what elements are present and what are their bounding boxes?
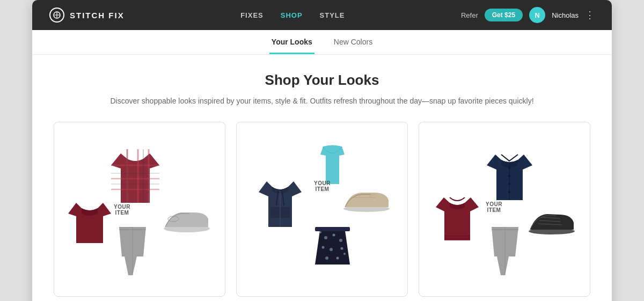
page-subtitle: Discover shoppable looks inspired by you… [54, 95, 590, 107]
outfit-card-3[interactable]: YOURITEM [419, 122, 590, 297]
logo-text: STITCH FIX [70, 11, 125, 20]
item-blue-tank [315, 144, 350, 184]
svg-point-23 [324, 236, 327, 239]
nav-link-fixes[interactable]: FIXES [240, 11, 264, 19]
item-dark-red-shirt [68, 197, 111, 243]
outfit-layout-2: YOURITEM [245, 133, 399, 283]
page-title: Shop Your Looks [54, 72, 590, 89]
username: Nicholas [552, 11, 579, 19]
svg-point-25 [339, 239, 342, 242]
item-navy-shirt [487, 149, 532, 200]
outfit-layout-3: YOURITEM [428, 133, 581, 283]
svg-point-31 [319, 231, 321, 233]
svg-point-30 [336, 257, 339, 260]
your-item-label-1: YOURITEM [114, 204, 130, 216]
refer-button[interactable]: Get $25 [485, 9, 523, 21]
sub-nav-new-colors[interactable]: New Colors [332, 30, 375, 54]
logo-icon [49, 8, 64, 23]
browser-window: STITCH FIX FIXES SHOP STYLE Refer Get $2… [32, 0, 612, 301]
your-item-label-2: YOURITEM [314, 180, 331, 192]
svg-point-24 [333, 234, 335, 237]
refer-label: Refer [461, 11, 478, 19]
svg-point-32 [343, 253, 346, 255]
item-tan-sneakers [342, 189, 391, 212]
user-avatar: N [529, 7, 545, 23]
item-floral-skirt [315, 227, 350, 265]
sub-nav: Your Looks New Colors [32, 30, 612, 55]
more-menu-icon[interactable]: ⋮ [585, 9, 595, 21]
item-gray-shoes [163, 208, 211, 232]
item-gray-pants-2 [489, 227, 521, 275]
svg-point-26 [322, 246, 325, 249]
svg-rect-33 [315, 227, 350, 231]
item-plaid-shirt [111, 149, 159, 203]
outfit-card-2[interactable]: YOURITEM [236, 122, 408, 297]
your-item-label-3: YOURITEM [486, 201, 502, 213]
main-content: Shop Your Looks Discover shoppable looks… [32, 55, 612, 301]
outfit-grid: YOURITEM [54, 122, 590, 297]
item-gray-pants-1 [116, 227, 149, 275]
item-navy-hoodie [259, 176, 302, 227]
navbar: STITCH FIX FIXES SHOP STYLE Refer Get $2… [32, 0, 612, 30]
item-burgundy-sweater [436, 192, 479, 240]
svg-point-27 [330, 248, 333, 251]
svg-point-28 [341, 247, 343, 250]
outfit-card-1[interactable]: YOURITEM [54, 122, 225, 297]
svg-point-29 [325, 256, 328, 260]
sub-nav-your-looks[interactable]: Your Looks [269, 30, 314, 54]
nav-links: FIXES SHOP STYLE [125, 11, 461, 19]
outfit-layout-1: YOURITEM [63, 133, 216, 283]
item-dark-shoes [528, 211, 576, 234]
nav-link-shop[interactable]: SHOP [281, 11, 303, 19]
nav-right: Refer Get $25 N Nicholas ⋮ [461, 7, 595, 23]
logo[interactable]: STITCH FIX [49, 8, 125, 23]
nav-link-style[interactable]: STYLE [320, 11, 345, 19]
